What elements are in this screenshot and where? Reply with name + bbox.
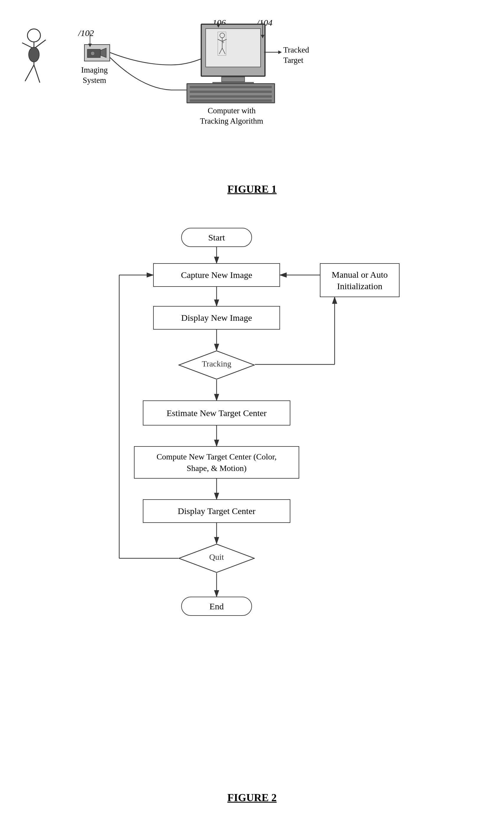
end-node: End xyxy=(181,597,252,616)
figure1-diagram: /102 106 /104 Imaging System xyxy=(0,12,504,177)
figure1-connectors xyxy=(0,12,354,177)
start-node: Start xyxy=(181,228,252,247)
svg-text:Quit: Quit xyxy=(209,552,224,562)
svg-point-0 xyxy=(28,29,40,42)
svg-marker-8 xyxy=(100,48,106,57)
svg-rect-16 xyxy=(218,32,226,55)
stick-figure xyxy=(16,27,52,97)
display-new-image-node: Display New Image xyxy=(153,306,280,330)
svg-line-4 xyxy=(25,65,34,81)
ref-label-102: /102 xyxy=(78,28,94,38)
svg-line-12 xyxy=(218,39,222,41)
svg-point-10 xyxy=(220,33,224,38)
tracking-diamond: Tracking xyxy=(178,350,255,380)
flowchart: Start Capture New Image Display New Imag… xyxy=(75,219,429,780)
figure1-caption: FIGURE 1 xyxy=(0,183,504,207)
svg-point-6 xyxy=(29,47,39,62)
imaging-system-label: Imaging System xyxy=(81,65,108,86)
svg-line-14 xyxy=(219,48,222,54)
svg-marker-20 xyxy=(278,50,282,54)
tracked-target-arrow xyxy=(264,49,282,56)
computer-box xyxy=(186,83,275,103)
computer-label: Computer with Tracking Algorithm xyxy=(187,106,276,126)
figure2-diagram: Start Capture New Image Display New Imag… xyxy=(0,207,504,827)
display-target-center-node: Display Target Center xyxy=(143,499,290,523)
svg-point-9 xyxy=(91,51,95,55)
estimate-target-center-node: Estimate New Target Center xyxy=(143,401,290,425)
svg-text:Tracking: Tracking xyxy=(202,359,232,368)
quit-diamond: Quit xyxy=(178,543,255,573)
svg-line-5 xyxy=(34,65,40,83)
compute-target-center-node: Compute New Target Center (Color, Shape,… xyxy=(134,446,299,479)
monitor xyxy=(201,24,265,88)
svg-line-15 xyxy=(222,48,225,54)
figure2-caption: FIGURE 2 xyxy=(0,791,504,804)
tracked-target-label: Tracked Target xyxy=(283,45,309,66)
capture-new-image-node: Capture New Image xyxy=(153,263,280,287)
manual-auto-node: Manual or Auto Initialization xyxy=(320,263,400,297)
imaging-system-box xyxy=(84,44,110,61)
